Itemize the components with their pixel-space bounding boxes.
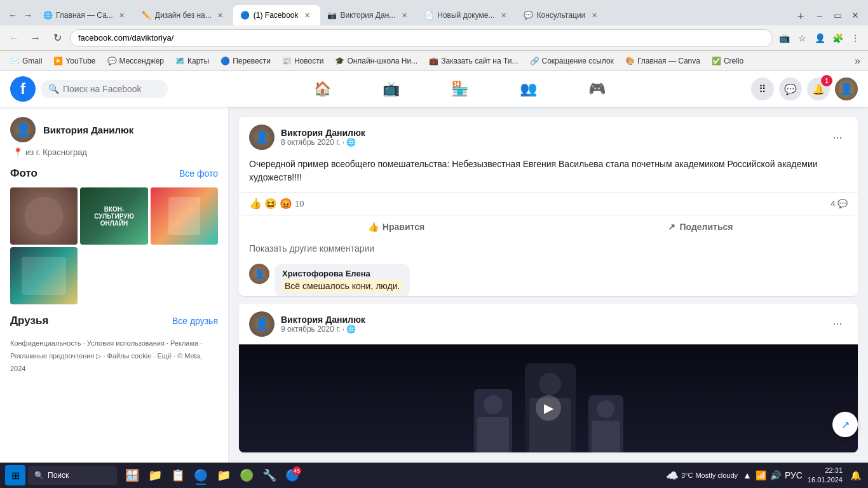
search-input[interactable]	[63, 84, 152, 94]
photo-thumb-1[interactable]	[10, 187, 78, 245]
tab-tab3[interactable]: 🔵 (1) Facebook ✕	[233, 5, 320, 25]
network-icon[interactable]: 📶	[756, 470, 766, 480]
notification-bell-icon: 🔔	[850, 470, 861, 480]
comment-avatar-1[interactable]: 👤	[249, 264, 269, 284]
close-window-btn[interactable]: ✕	[848, 8, 863, 23]
tab-close-tab3[interactable]: ✕	[302, 10, 313, 20]
photos-grid: ВКОН-СУЛЬТИРУЮОНЛАЙН	[10, 187, 218, 304]
start-button[interactable]: ⊞	[5, 465, 25, 485]
bookmark-label-2: Мессенджер	[119, 57, 164, 65]
apps-btn[interactable]: ⠿	[751, 78, 774, 100]
back-btn[interactable]: ←	[5, 29, 23, 47]
post-avatar-1[interactable]: 👤	[249, 125, 275, 150]
share-btn-1[interactable]: ↗ Поделиться	[548, 218, 853, 236]
language-icon[interactable]: РУС	[785, 470, 803, 480]
bookmark-item-8[interactable]: 🔗Сокращение ссылок	[525, 55, 619, 67]
show-more-comments-1[interactable]: Показать другие комментарии	[239, 238, 858, 259]
photo-thumb-3[interactable]	[151, 187, 218, 245]
notifications-panel-btn[interactable]: 🔔	[848, 468, 863, 483]
post-video-thumb-2[interactable]: ▶	[239, 344, 858, 452]
sys-arrow-icon[interactable]: ▲	[743, 470, 752, 480]
photo-thumb-2[interactable]: ВКОН-СУЛЬТИРУЮОНЛАЙН	[80, 187, 147, 245]
post-author-1[interactable]: Виктория Данилюк	[281, 128, 821, 138]
bookmark-item-6[interactable]: 🎓Онлайн-школа Ни...	[330, 55, 423, 67]
post-author-2[interactable]: Виктория Данилюк	[281, 315, 821, 325]
bookmark-item-0[interactable]: ✉️Gmail	[5, 55, 47, 67]
tab-close-tab5[interactable]: ✕	[499, 10, 509, 20]
menu-btn[interactable]: ⋮	[848, 30, 863, 46]
tab-tab6[interactable]: 💬 Консультации ✕	[517, 5, 607, 25]
nav-gaming-btn[interactable]: 🎮	[565, 74, 628, 104]
cast-icon[interactable]: 📺	[776, 30, 792, 46]
bookmark-item-10[interactable]: ✅Crello	[707, 55, 749, 67]
taskbar-right: ☁️ 3°C Mostly cloudy ▲ 📶 🔊 РУС 22:31 16.…	[666, 466, 863, 485]
nav-groups-btn[interactable]: 👥	[496, 74, 560, 104]
taskbar-app-2[interactable]: 📋	[168, 465, 188, 485]
taskbar-app-4[interactable]: 📁	[214, 465, 234, 485]
tab-close-tab4[interactable]: ✕	[399, 10, 409, 20]
taskbar-search-icon: 🔍	[34, 471, 44, 480]
tab-tab5[interactable]: 📄 Новый докуме... ✕	[417, 5, 516, 25]
taskbar-app-5[interactable]: 🟢	[236, 465, 257, 485]
photo-thumb-4[interactable]	[10, 247, 78, 304]
taskbar-app-icon-6: 🔧	[262, 468, 276, 482]
nav-marketplace-btn[interactable]: 🏪	[428, 74, 491, 104]
tab-close-tab2[interactable]: ✕	[215, 10, 226, 20]
post-menu-btn-1[interactable]: ···	[827, 127, 848, 147]
reload-btn[interactable]: ↻	[48, 29, 66, 47]
notifications-btn[interactable]: 🔔 1	[807, 78, 830, 100]
comment-author-1[interactable]: Христофорова Елена	[282, 269, 402, 278]
taskbar-app-6[interactable]: 🔧	[259, 465, 280, 485]
new-tab-button[interactable]: +	[792, 8, 810, 25]
friends-section-header: Друзья Все друзья	[10, 315, 218, 327]
post-menu-btn-2[interactable]: ···	[827, 314, 848, 334]
taskbar-app-1[interactable]: 📁	[145, 465, 165, 485]
like-icon-1: 👍	[368, 222, 379, 232]
tab-tab1[interactable]: 🌐 Главная — Са... ✕	[36, 5, 135, 25]
taskbar-apps: 🪟📁📋🔵📁🟢🔧🔵45	[122, 465, 302, 485]
forward-btn[interactable]: →	[27, 29, 44, 47]
nav-watch-btn[interactable]: 📺	[359, 74, 423, 104]
extensions-icon[interactable]: 🧩	[830, 30, 845, 46]
bookmark-item-4[interactable]: 🔵Перевести	[215, 55, 276, 67]
bookmark-star-icon[interactable]: ☆	[794, 30, 810, 46]
weather-temp: 3°C	[681, 471, 693, 479]
bookmark-item-5[interactable]: 📰Новости	[277, 55, 329, 67]
compose-fab[interactable]: ↗	[832, 412, 858, 437]
bookmark-label-6: Онлайн-школа Ни...	[347, 57, 417, 65]
taskbar-clock[interactable]: 22:31 16.01.2024	[808, 466, 843, 485]
fb-search-box[interactable]: 🔍	[41, 80, 168, 98]
taskbar-app-7[interactable]: 🔵45	[282, 465, 302, 485]
volume-icon[interactable]: 🔊	[770, 470, 781, 480]
bookmark-item-3[interactable]: 🗺️Карты	[170, 55, 214, 67]
taskbar-search[interactable]: 🔍 Поиск	[28, 466, 117, 485]
sidebar-profile-avatar[interactable]: 👤	[10, 117, 36, 142]
bookmarks-more-btn[interactable]: »	[852, 54, 863, 68]
profile-icon[interactable]: 👤	[812, 30, 827, 46]
fb-logo[interactable]: f	[10, 76, 36, 102]
taskbar-app-0[interactable]: 🪟	[122, 465, 142, 485]
profile-avatar-btn[interactable]: 👤	[835, 78, 858, 100]
tab-close-tab6[interactable]: ✕	[589, 10, 599, 20]
taskbar-app-3[interactable]: 🔵	[191, 465, 211, 485]
tab-forward-btn[interactable]: →	[20, 8, 36, 23]
all-friends-link[interactable]: Все друзья	[172, 316, 218, 326]
tab-close-tab1[interactable]: ✕	[117, 10, 127, 20]
bookmark-item-7[interactable]: 💼Заказать сайт на Ти...	[424, 55, 523, 67]
address-input[interactable]	[70, 29, 773, 47]
minimize-btn[interactable]: –	[812, 8, 827, 23]
tab-tab4[interactable]: 📷 Виктория Дан... ✕	[320, 5, 417, 25]
post-header-2: 👤 Виктория Данилюк 9 октябрь 2020 г. · 🌐…	[239, 304, 858, 344]
tab-tab2[interactable]: ✏️ Дизайн без на... ✕	[135, 5, 233, 25]
all-photos-link[interactable]: Все фото	[179, 168, 218, 179]
nav-home-btn[interactable]: 🏠	[290, 74, 354, 104]
post-avatar-2[interactable]: 👤	[249, 311, 275, 337]
bookmark-item-2[interactable]: 💬Мессенджер	[102, 55, 169, 67]
bookmark-item-9[interactable]: 🎨Главная — Canva	[620, 55, 705, 67]
bookmark-item-1[interactable]: ▶️YouTube	[48, 55, 100, 67]
messenger-btn[interactable]: 💬	[779, 78, 802, 100]
tab-back-btn[interactable]: ←	[5, 8, 20, 23]
like-btn-1[interactable]: 👍 Нравится	[244, 218, 548, 236]
restore-btn[interactable]: ▭	[830, 8, 845, 23]
taskbar-weather[interactable]: ☁️ 3°C Mostly cloudy	[666, 470, 738, 482]
